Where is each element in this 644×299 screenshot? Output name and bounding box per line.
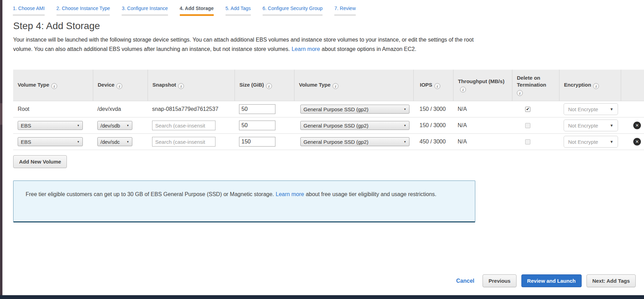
info-icon[interactable]: i: [116, 83, 122, 89]
snapshot-cell: [148, 121, 235, 130]
throughput-value: N/A: [458, 139, 467, 145]
column-header-label: IOPS: [420, 82, 432, 88]
info-icon[interactable]: i: [178, 83, 184, 89]
info-icon[interactable]: i: [434, 83, 440, 89]
column-header-snapshot: Snapshoti: [148, 70, 235, 101]
column-header-label: Throughput (MB/s): [458, 78, 504, 84]
tab-underline: [122, 14, 168, 16]
tab-label: 2. Choose Instance Type: [56, 6, 110, 14]
snapshot-search-input[interactable]: [152, 137, 215, 147]
info-icon[interactable]: i: [51, 83, 57, 89]
volume-type-select-value: General Purpose SSD (gp2): [303, 106, 369, 112]
review-and-launch-button[interactable]: Review and Launch: [521, 274, 582, 287]
add-new-volume-button[interactable]: Add New Volume: [13, 155, 67, 168]
tab-5-add-tags[interactable]: 5. Add Tags: [221, 6, 255, 16]
volume-type-select[interactable]: General Purpose SSD (gp2)▼: [300, 137, 409, 146]
volume-type-cell: General Purpose SSD (gp2)▼: [294, 137, 413, 146]
column-header-content: Volume Typei: [18, 81, 57, 89]
tab-label: 1. Choose AMI: [13, 6, 45, 14]
chevron-down-icon: ▼: [610, 140, 614, 144]
column-header-content: Devicei: [98, 81, 122, 89]
column-header-iops: IOPSi: [413, 70, 453, 101]
tab-1-choose-ami[interactable]: 1. Choose AMI: [9, 6, 49, 16]
chevron-down-icon: ▼: [404, 108, 406, 111]
info-icon[interactable]: i: [333, 83, 338, 89]
chevron-down-icon: ▼: [404, 140, 406, 143]
tab-underline: [263, 14, 323, 16]
learn-more-storage-link[interactable]: Learn more: [292, 46, 320, 52]
size-cell: [235, 104, 294, 114]
encryption-select[interactable]: Not Encrypte▼: [564, 120, 618, 131]
throughput-cell: N/A: [453, 106, 512, 112]
encryption-cell: Not Encrypte▼: [559, 120, 621, 131]
tab-7-review[interactable]: 7. Review: [330, 6, 360, 16]
throughput-cell: N/A: [453, 139, 512, 145]
wizard-content: 1. Choose AMI2. Choose Instance Type3. C…: [0, 0, 644, 222]
delete-on-termination-checkbox[interactable]: [525, 123, 530, 128]
tab-underline: [56, 14, 110, 16]
chevron-down-icon: ▼: [77, 140, 80, 143]
chevron-down-icon: ▼: [404, 124, 406, 127]
iops-value: 450 / 3000: [420, 139, 446, 145]
info-icon[interactable]: i: [593, 83, 599, 89]
encryption-select[interactable]: Not Encrypte▼: [564, 103, 618, 115]
delete-volume-button[interactable]: ✕: [633, 122, 641, 129]
tab-4-add-storage[interactable]: 4. Add Storage: [176, 6, 218, 16]
close-icon: ✕: [635, 140, 639, 144]
throughput-value: N/A: [458, 122, 467, 129]
storage-table-header-row: Volume TypeiDeviceiSnapshotiSize (GiB)iV…: [13, 70, 644, 101]
volume-type-select[interactable]: General Purpose SSD (gp2)▼: [300, 105, 409, 114]
volume-kind-select[interactable]: EBS▼: [18, 121, 83, 130]
column-header-content: Size (GiB)i: [239, 81, 272, 89]
tab-6-configure-security-group[interactable]: 6. Configure Security Group: [258, 6, 327, 16]
window-bottom-bar: [0, 295, 644, 299]
volume-type-select[interactable]: General Purpose SSD (gp2)▼: [300, 121, 409, 130]
next-add-tags-button[interactable]: Next: Add Tags: [586, 274, 636, 287]
previous-button[interactable]: Previous: [483, 274, 516, 287]
delete-on-termination-checkbox[interactable]: [525, 139, 530, 144]
column-header-label: Volume Type: [18, 82, 49, 88]
volume-type-cell: General Purpose SSD (gp2)▼: [294, 105, 413, 114]
snapshot-search-input[interactable]: [152, 121, 215, 130]
column-header-content: Volume Typei: [299, 81, 338, 89]
free-tier-notice: Free tier eligible customers can get up …: [13, 181, 475, 222]
volume-kind-select[interactable]: EBS▼: [18, 137, 83, 146]
size-gib-input[interactable]: [239, 121, 275, 130]
row-actions-cell: ✕: [621, 122, 644, 129]
close-icon: ✕: [635, 123, 639, 127]
cancel-link[interactable]: Cancel: [456, 278, 474, 284]
tab-3-configure-instance[interactable]: 3. Configure Instance: [117, 6, 172, 16]
size-gib-input[interactable]: [239, 104, 275, 114]
iops-cell: 150 / 3000: [413, 106, 453, 112]
column-header-volume-type: Volume Typei: [13, 70, 93, 101]
encryption-select[interactable]: Not Encrypte▼: [564, 136, 618, 148]
tab-label: 6. Configure Security Group: [263, 6, 323, 14]
device-select[interactable]: /dev/sdb▼: [97, 121, 132, 130]
encryption-cell: Not Encrypte▼: [559, 136, 621, 148]
encryption-value: Not Encrypte: [568, 123, 598, 129]
delete-on-termination-checkbox[interactable]: ✔: [525, 107, 530, 112]
size-gib-input[interactable]: [239, 137, 275, 147]
column-header-actions: [621, 70, 644, 101]
chevron-down-icon: ▼: [610, 107, 614, 111]
column-header-volume-type: Volume Typei: [294, 70, 413, 101]
device-select[interactable]: /dev/sdc▼: [97, 137, 132, 146]
volume-kind-select-value: EBS: [21, 139, 31, 145]
info-icon[interactable]: i: [460, 87, 466, 93]
tab-2-choose-instance-type[interactable]: 2. Choose Instance Type: [52, 6, 114, 16]
chevron-down-icon: ▼: [126, 124, 129, 127]
volume-type-cell: General Purpose SSD (gp2)▼: [294, 121, 413, 130]
tab-label: 4. Add Storage: [180, 6, 214, 14]
info-icon[interactable]: i: [266, 83, 272, 89]
learn-more-free-tier-link[interactable]: Learn more: [276, 191, 304, 197]
snapshot-cell: snap-0815a779ed7612537: [148, 106, 235, 112]
delete-volume-button[interactable]: ✕: [633, 138, 641, 146]
column-header-content: Delete on Terminationi: [517, 74, 559, 96]
info-icon[interactable]: i: [517, 90, 523, 96]
left-scrollbar-thumb[interactable]: [0, 103, 2, 125]
device-cell: /dev/xvda: [93, 106, 148, 112]
size-cell: [235, 137, 294, 147]
volume-kind-cell: EBS▼: [13, 121, 93, 130]
volume-kind-select-value: EBS: [21, 123, 31, 129]
delete-on-termination-cell: ✔: [512, 107, 559, 112]
